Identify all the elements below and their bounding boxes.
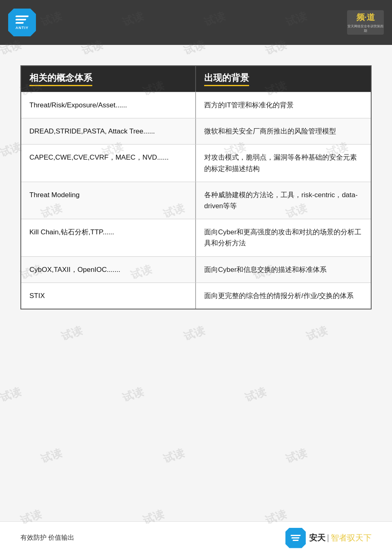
right-logo-container: 频·道 安天网络安全冬训营第四期 [347,10,384,35]
footer-brand: 安天 | 智者驭天下 [285,528,372,548]
table-row: CAPEC,CWE,CVE,CVRF，MAEC，NVD...... 对攻击模式，… [21,144,371,181]
right-logo-sub: 安天网络安全冬训营第四期 [347,24,384,33]
footer-logo: 安天 | 智者驭天下 [285,528,372,548]
row5-left: Kill Chain,钻石分析,TTP...... [21,219,196,256]
footer-brand-main: 安天 [309,532,325,543]
table-row: Threat/Risk/Exposure/Asset...... 西方的IT管理… [21,92,371,118]
header-right-brand: 频·道 安天网络安全冬训营第四期 [347,10,384,35]
table-row: Threat Modeling 各种威胁建模的方法论，工具，risk-centr… [21,182,371,219]
footer: 有效防护 价值输出 安天 | 智者驭天下 [0,521,392,554]
table-header: 相关的概念体系 出现的背景 [21,66,371,92]
table-body: Threat/Risk/Exposure/Asset...... 西方的IT管理… [21,92,371,309]
table-row: CybOX,TAXII，OpenIOC....... 面向Cyber和信息交换的… [21,256,371,283]
row5-right: 面向Cyber和更高强度的攻击和对抗的场景的分析工具和分析方法 [196,219,371,256]
row2-right: 微软和相关安全厂商所推出的风险管理模型 [196,118,371,144]
logo: ANTIY [8,9,36,36]
row4-left: Threat Modeling [21,182,196,219]
row7-left: STIX [21,283,196,309]
row1-left: Threat/Risk/Exposure/Asset...... [21,92,196,118]
footer-tagline: 有效防护 价值输出 [20,534,74,542]
footer-logo-icon [285,528,306,548]
row2-left: DREAD,STRIDE,PASTA, Attack Tree...... [21,118,196,144]
table-row: STIX 面向更完整的综合性的情报分析/作业/交换的体系 [21,283,371,309]
right-logo-main: 频·道 [347,12,384,23]
col2-header: 出现的背景 [196,66,371,92]
table-row: DREAD,STRIDE,PASTA, Attack Tree...... 微软… [21,118,371,144]
row3-right: 对攻击模式，脆弱点，漏洞等各种基础的安全元素的标定和描述结构 [196,145,371,181]
row6-right: 面向Cyber和信息交换的描述和标准体系 [196,257,371,283]
main-content: 相关的概念体系 出现的背景 Threat/Risk/Exposure/Asset… [0,45,392,554]
footer-brand-sub: 智者驭天下 [331,532,372,543]
row6-left: CybOX,TAXII，OpenIOC....... [21,257,196,283]
row3-left: CAPEC,CWE,CVE,CVRF，MAEC，NVD...... [21,145,196,181]
header: ANTIY 频·道 安天网络安全冬训营第四期 [0,0,392,45]
footer-brand-separator: | [327,533,329,543]
table-row: Kill Chain,钻石分析,TTP...... 面向Cyber和更高强度的攻… [21,219,371,256]
logo-shape: ANTIY [8,9,36,36]
row4-right: 各种威胁建模的方法论，工具，risk-centric，data-driven等等 [196,182,371,219]
footer-brand-text: 安天 | 智者驭天下 [309,532,372,543]
row7-right: 面向更完整的综合性的情报分析/作业/交换的体系 [196,283,371,309]
row1-right: 西方的IT管理和标准化的背景 [196,92,371,118]
col1-header: 相关的概念体系 [21,66,196,92]
content-table: 相关的概念体系 出现的背景 Threat/Risk/Exposure/Asset… [20,65,372,309]
logo-text: ANTIY [16,26,29,30]
